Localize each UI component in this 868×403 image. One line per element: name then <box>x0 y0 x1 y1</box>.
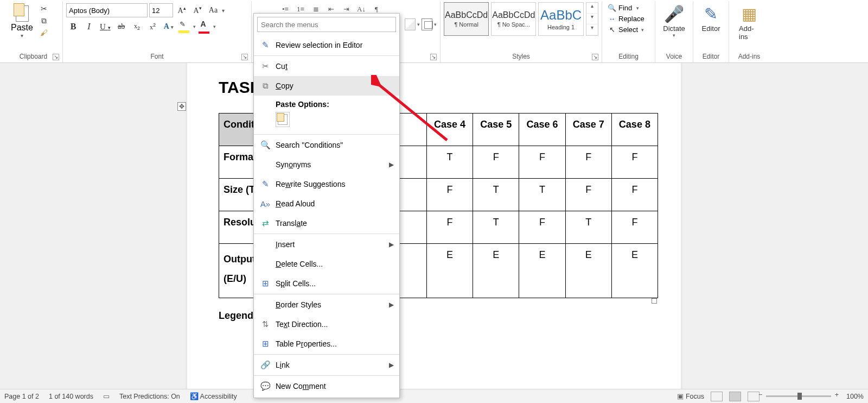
clipboard-group-label: Clipboard <box>20 53 47 60</box>
cell[interactable]: E <box>611 244 658 298</box>
chevron-right-icon: ▶ <box>389 361 394 369</box>
clipboard-dialog-launcher[interactable]: ↘ <box>53 54 59 60</box>
styles-dialog-launcher[interactable]: ↘ <box>592 54 598 60</box>
menu-translate[interactable]: ⇄Translate <box>254 213 399 233</box>
paste-keep-formatting[interactable] <box>276 112 290 127</box>
status-page[interactable]: Page 1 of 2 <box>4 393 39 400</box>
zoom-slider[interactable] <box>766 395 831 397</box>
cell[interactable]: F <box>426 179 473 211</box>
find-button[interactable]: 🔍Find ▾ <box>605 3 652 12</box>
borders-button[interactable] <box>422 18 432 30</box>
font-size-combo[interactable] <box>149 3 173 17</box>
zoom-level[interactable]: 100% <box>846 393 864 400</box>
replace-button[interactable]: ↔Replace <box>605 14 652 23</box>
select-button[interactable]: ↖Select ▾ <box>605 25 652 34</box>
cell[interactable]: T <box>565 211 611 244</box>
change-case-button[interactable]: Aa <box>206 3 220 17</box>
style-heading-1[interactable]: AaBbC Heading 1 <box>538 2 583 36</box>
italic-button[interactable]: I <box>82 20 96 34</box>
text-effects-button[interactable]: A ▾ <box>162 20 176 34</box>
shrink-font-button[interactable]: A▾ <box>190 3 205 17</box>
header-case6[interactable]: Case 6 <box>519 114 565 146</box>
table-move-handle[interactable]: ✥ <box>177 102 186 111</box>
menu-search-input[interactable] <box>257 17 396 32</box>
status-predictions[interactable]: Text Predictions: On <box>119 393 180 400</box>
addins-button[interactable]: ▦ Add-ins <box>732 2 766 43</box>
cell[interactable]: T <box>519 179 565 211</box>
menu-search-selection[interactable]: 🔍Search "Conditions" <box>254 135 399 155</box>
menu-delete-cells[interactable]: Delete Cells... <box>254 254 399 274</box>
cell[interactable]: E <box>565 244 611 298</box>
grow-font-button[interactable]: A▴ <box>175 3 189 17</box>
header-case8[interactable]: Case 8 <box>611 114 658 146</box>
menu-table-properties[interactable]: ⊞Table Properties... <box>254 334 399 354</box>
header-case7[interactable]: Case 7 <box>565 114 611 146</box>
menu-read-aloud[interactable]: A»Read Aloud <box>254 194 399 213</box>
status-words[interactable]: 1 of 140 words <box>49 393 93 400</box>
editor-button[interactable]: ✎ Editor <box>697 2 725 35</box>
menu-border-styles[interactable]: Border Styles▶ <box>254 295 399 314</box>
copy-icon[interactable]: ⧉ <box>39 16 49 26</box>
paste-button[interactable]: Paste ▾ <box>8 2 36 40</box>
cell[interactable]: F <box>473 146 519 179</box>
subscript-button[interactable]: x2 <box>130 20 144 34</box>
menu-text-direction[interactable]: ⇅Text Direction... <box>254 314 399 334</box>
menu-cut[interactable]: ✂Cut <box>254 56 399 76</box>
menu-copy[interactable]: ⧉Copy <box>254 76 399 96</box>
font-color-button[interactable] <box>197 21 212 33</box>
menu-new-comment[interactable]: 💬New Comment <box>254 376 399 396</box>
cell[interactable]: F <box>565 179 611 211</box>
header-case4[interactable]: Case 4 <box>426 114 473 146</box>
split-icon: ⊞ <box>259 279 271 288</box>
font-dialog-launcher[interactable]: ↘ <box>241 54 248 60</box>
focus-button[interactable]: ▣ Focus <box>677 392 704 400</box>
cell[interactable]: F <box>519 146 565 179</box>
format-painter-icon[interactable]: 🖌 <box>39 28 49 38</box>
superscript-button[interactable]: x2 <box>146 20 160 34</box>
comment-icon: 💬 <box>259 381 271 391</box>
bold-button[interactable]: B <box>66 20 80 34</box>
font-name-combo[interactable] <box>66 3 148 17</box>
cell[interactable]: F <box>611 211 658 244</box>
cell[interactable]: F <box>565 146 611 179</box>
cell[interactable]: T <box>473 179 519 211</box>
menu-insert[interactable]: Insert▶ <box>254 235 399 254</box>
styles-more[interactable]: ▴▾▾ <box>586 2 598 36</box>
web-layout-button[interactable] <box>748 392 760 401</box>
cell[interactable]: F <box>426 211 473 244</box>
cell[interactable]: F <box>519 211 565 244</box>
cell[interactable]: E <box>426 244 473 298</box>
shading-button[interactable] <box>405 18 416 30</box>
strike-button[interactable]: ab <box>114 20 129 34</box>
status-accessibility[interactable]: ♿ Accessibility <box>190 392 237 400</box>
group-editing: 🔍Find ▾ ↔Replace ↖Select ▾ Editing <box>602 1 655 62</box>
cell[interactable]: F <box>611 179 658 211</box>
underline-button[interactable]: U ▾ <box>98 20 113 34</box>
cell[interactable]: E <box>473 244 519 298</box>
menu-review-editor[interactable]: ✎Review selection in Editor <box>254 35 399 55</box>
cut-icon[interactable]: ✂ <box>39 4 49 14</box>
menu-link[interactable]: 🔗Link▶ <box>254 355 399 375</box>
cell[interactable]: E <box>519 244 565 298</box>
table-resize-handle[interactable] <box>652 298 657 304</box>
menu-synonyms[interactable]: Synonyms▶ <box>254 155 399 174</box>
status-bar: Page 1 of 2 1 of 140 words ▭ Text Predic… <box>0 389 868 403</box>
cell[interactable]: T <box>426 146 473 179</box>
cell[interactable]: F <box>611 146 658 179</box>
spellcheck-icon[interactable]: ▭ <box>103 392 110 400</box>
style-no-spacing[interactable]: AaBbCcDd ¶ No Spac... <box>491 2 536 36</box>
group-voice: 🎤 Dictate ▾ Voice <box>655 1 693 62</box>
cell[interactable]: T <box>473 211 519 244</box>
paragraph-dialog-launcher[interactable]: ↘ <box>430 54 437 60</box>
header-case5[interactable]: Case 5 <box>473 114 519 146</box>
menu-rewrite[interactable]: ✎Rewrite Suggestions <box>254 174 399 194</box>
print-layout-button[interactable] <box>729 392 741 401</box>
group-styles: AaBbCcDd ¶ Normal AaBbCcDd ¶ No Spac... … <box>441 1 602 62</box>
highlight-button[interactable] <box>177 21 192 32</box>
menu-split-cells[interactable]: ⊞Split Cells... <box>254 274 399 293</box>
dictate-button[interactable]: 🎤 Dictate ▾ <box>659 2 690 40</box>
group-addins: ▦ Add-ins Add-ins <box>729 1 769 62</box>
group-clipboard: Paste ▾ ✂ ⧉ 🖌 Clipboard↘ <box>4 1 63 62</box>
style-normal[interactable]: AaBbCcDd ¶ Normal <box>444 2 489 36</box>
read-mode-button[interactable] <box>711 392 723 401</box>
